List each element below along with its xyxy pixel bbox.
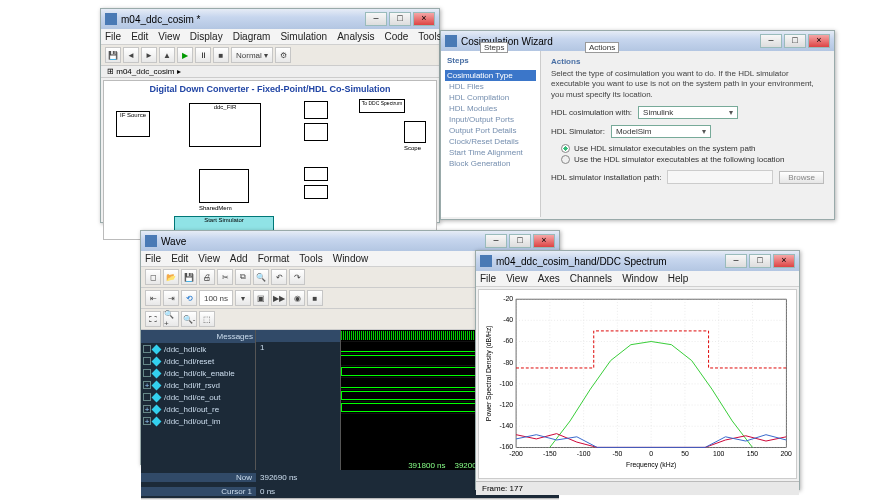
break-icon[interactable]: ◉	[289, 290, 305, 306]
menu-item-view[interactable]: View	[198, 253, 220, 264]
cursor-right-icon[interactable]: ⇥	[163, 290, 179, 306]
menu-item-tools[interactable]: Tools	[299, 253, 322, 264]
menu-item-diagram[interactable]: Diagram	[233, 31, 271, 42]
menu-item-display[interactable]: Display	[190, 31, 223, 42]
wizard-step[interactable]: Cosimulation Type	[445, 70, 536, 81]
signal-row[interactable]: +/ddc_hdl/out_im	[141, 415, 255, 427]
restart-icon[interactable]: ⟲	[181, 290, 197, 306]
gear-icon[interactable]: ⚙	[275, 47, 291, 63]
minimize-button[interactable]: –	[725, 254, 747, 268]
minimize-button[interactable]: –	[485, 234, 507, 248]
expand-icon[interactable]: +	[143, 417, 151, 425]
menu-item-file[interactable]: File	[105, 31, 121, 42]
run-time-field[interactable]: 100 ns	[199, 290, 233, 306]
open-icon[interactable]: 📂	[163, 269, 179, 285]
cosim-with-combo[interactable]: Simulink	[638, 106, 738, 119]
menu-item-axes[interactable]: Axes	[538, 273, 560, 284]
signal-row[interactable]: /ddc_hdl/reset	[141, 355, 255, 367]
menu-item-view[interactable]: View	[506, 273, 528, 284]
wizard-step[interactable]: Start Time Alignment	[447, 147, 534, 158]
opt-custom-path[interactable]: Use the HDL simulator executables at the…	[561, 155, 824, 164]
cursor-left-icon[interactable]: ⇤	[145, 290, 161, 306]
path-input[interactable]	[667, 170, 773, 184]
run-all-icon[interactable]: ▶▶	[271, 290, 287, 306]
block-fir[interactable]: ddc_FIR	[189, 103, 261, 147]
play-icon[interactable]: ▶	[177, 47, 193, 63]
expand-icon[interactable]: +	[143, 405, 151, 413]
browse-button[interactable]: Browse	[779, 171, 824, 184]
simulink-menubar[interactable]: FileEditViewDisplayDiagramSimulationAnal…	[101, 29, 439, 45]
menu-item-edit[interactable]: Edit	[131, 31, 148, 42]
redo-icon[interactable]: ↷	[289, 269, 305, 285]
menu-item-help[interactable]: Help	[668, 273, 689, 284]
block-spect[interactable]: To DDC Spectrum	[359, 99, 405, 113]
print-icon[interactable]: 🖨	[199, 269, 215, 285]
wave-titlebar[interactable]: Wave – □ ×	[141, 231, 559, 251]
signal-row[interactable]: +/ddc_hdl/out_re	[141, 403, 255, 415]
breadcrumb[interactable]: ⊞ m04_ddc_cosim ▸	[101, 66, 439, 78]
stop-icon[interactable]: ■	[307, 290, 323, 306]
spectrum-titlebar[interactable]: m04_ddc_cosim_hand/DDC Spectrum – □ ×	[476, 251, 799, 271]
menu-item-channels[interactable]: Channels	[570, 273, 612, 284]
hdl-sim-combo[interactable]: ModelSim	[611, 125, 711, 138]
copy-icon[interactable]: ⧉	[235, 269, 251, 285]
spectrum-menubar[interactable]: FileViewAxesChannelsWindowHelp	[476, 271, 799, 287]
maximize-button[interactable]: □	[509, 234, 531, 248]
minimize-button[interactable]: –	[365, 12, 387, 26]
zoom-out-icon[interactable]: 🔍-	[181, 311, 197, 327]
fwd-icon[interactable]: ►	[141, 47, 157, 63]
wizard-step[interactable]: Block Generation	[447, 158, 534, 169]
block-sm0[interactable]	[304, 167, 328, 181]
up-icon[interactable]: ▲	[159, 47, 175, 63]
expand-icon[interactable]	[143, 393, 151, 401]
expand-icon[interactable]	[143, 369, 151, 377]
simulink-titlebar[interactable]: m04_ddc_cosim * – □ ×	[101, 9, 439, 29]
maximize-button[interactable]: □	[389, 12, 411, 26]
wizard-step[interactable]: Input/Output Ports	[447, 114, 534, 125]
close-button[interactable]: ×	[773, 254, 795, 268]
wizard-step[interactable]: Output Port Details	[447, 125, 534, 136]
zoom-cursor-icon[interactable]: ⬚	[199, 311, 215, 327]
wizard-step[interactable]: Clock/Reset Details	[447, 136, 534, 147]
block-scope[interactable]	[404, 121, 426, 143]
time-unit-combo[interactable]: ▾	[235, 290, 251, 306]
minimize-button[interactable]: –	[760, 34, 782, 48]
pause-icon[interactable]: ⏸	[195, 47, 211, 63]
block-out0[interactable]	[304, 101, 328, 119]
back-icon[interactable]: ◄	[123, 47, 139, 63]
block-shared[interactable]	[199, 169, 249, 203]
find-icon[interactable]: 🔍	[253, 269, 269, 285]
opt-system-path[interactable]: Use HDL simulator executables on the sys…	[561, 144, 824, 153]
close-button[interactable]: ×	[808, 34, 830, 48]
expand-icon[interactable]	[143, 345, 151, 353]
save-icon[interactable]: 💾	[105, 47, 121, 63]
close-button[interactable]: ×	[533, 234, 555, 248]
mode-combo[interactable]: Normal ▾	[231, 47, 273, 63]
menu-item-tools[interactable]: Tools	[418, 31, 441, 42]
undo-icon[interactable]: ↶	[271, 269, 287, 285]
block-out1[interactable]	[304, 123, 328, 141]
zoom-full-icon[interactable]: ⛶	[145, 311, 161, 327]
menu-item-file[interactable]: File	[480, 273, 496, 284]
expand-icon[interactable]: +	[143, 381, 151, 389]
new-icon[interactable]: ◻	[145, 269, 161, 285]
stop-icon[interactable]: ■	[213, 47, 229, 63]
maximize-button[interactable]: □	[749, 254, 771, 268]
simulink-canvas[interactable]: Digital Down Converter - Fixed-Point/HDL…	[103, 80, 437, 240]
menu-item-window[interactable]: Window	[622, 273, 658, 284]
signal-row[interactable]: /ddc_hdl/ce_out	[141, 391, 255, 403]
signal-row[interactable]: /ddc_hdl/clk	[141, 343, 255, 355]
block-sm1[interactable]	[304, 185, 328, 199]
save-icon[interactable]: 💾	[181, 269, 197, 285]
wizard-step[interactable]: HDL Modules	[447, 103, 534, 114]
signal-row[interactable]: +/ddc_hdl/if_rsvd	[141, 379, 255, 391]
wizard-step[interactable]: HDL Compilation	[447, 92, 534, 103]
signal-row[interactable]: /ddc_hdl/clk_enable	[141, 367, 255, 379]
menu-item-analysis[interactable]: Analysis	[337, 31, 374, 42]
spectrum-plot[interactable]: -200-150-100-50050100150200-160-140-120-…	[478, 289, 797, 479]
menu-item-file[interactable]: File	[145, 253, 161, 264]
expand-icon[interactable]	[143, 357, 151, 365]
wizard-step[interactable]: HDL Files	[447, 81, 534, 92]
menu-item-view[interactable]: View	[158, 31, 180, 42]
maximize-button[interactable]: □	[784, 34, 806, 48]
